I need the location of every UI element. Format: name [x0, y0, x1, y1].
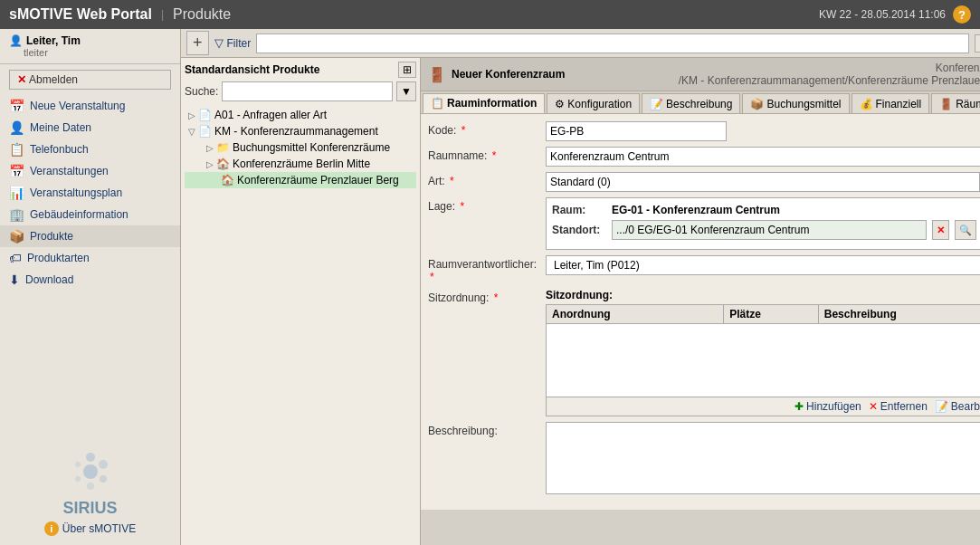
tab-konfiguration[interactable]: ⚙ Konfiguration	[547, 93, 640, 113]
tree-search-input[interactable]	[222, 81, 393, 101]
download-icon: ⬇	[9, 272, 20, 287]
folder-icon: 📁	[216, 141, 230, 154]
header-right: KW 22 - 28.05.2014 11:06 ?	[819, 5, 971, 24]
tree-node-a01[interactable]: ▷ 📄 A01 - Anfragen aller Art	[185, 107, 416, 123]
standort-browse-button[interactable]: 🔍	[955, 220, 976, 240]
detail-header: 🚪 Neuer Konferenzraum Konferenzraum /KM …	[421, 58, 980, 91]
sidebar-item-neue-veranstaltung[interactable]: 📅 Neue Veranstaltung	[0, 95, 180, 117]
nav-label: Telefonbuch	[30, 143, 89, 156]
user-info: 👤 Leiter, Tim tleiter	[0, 29, 180, 64]
about-label: Über sMOTIVE	[62, 522, 136, 535]
tab-icon: 📦	[750, 98, 764, 110]
tab-label: Räume	[956, 98, 980, 110]
add-button[interactable]: +	[186, 31, 209, 55]
tree-panel: Standardansicht Produkte ⊞ Suche: ▼ ▷ 📄 …	[181, 58, 421, 545]
required-marker: *	[494, 292, 499, 304]
raum-value: EG-01 - Konferenzraum Centrum	[612, 204, 980, 216]
expand-icon[interactable]: ▷	[206, 159, 214, 169]
tree-node-berlin-mitte[interactable]: ▷ 🏠 Konferenzräume Berlin Mitte	[185, 156, 416, 172]
expand-icon[interactable]: ▽	[188, 127, 195, 137]
raum-label: Raum:	[552, 204, 606, 216]
svg-point-0	[83, 464, 98, 479]
lage-box: Raum: EG-01 - Konferenzraum Centrum Stan…	[546, 197, 980, 250]
tree-node-km[interactable]: ▽ 📄 KM - Konferenzraummanagement	[185, 123, 416, 139]
tree-view-btn[interactable]: ⊞	[398, 62, 416, 78]
expand-icon[interactable]: ▷	[188, 110, 195, 120]
sidebar-item-veranstaltungen[interactable]: 📅 Veranstaltungen	[0, 160, 180, 182]
sitzordnung-body[interactable]	[547, 324, 980, 397]
entfernen-button[interactable]: ✕ Entfernen	[869, 400, 928, 413]
tree-node-label: Konferenzräume Berlin Mitte	[233, 158, 370, 170]
kode-control	[546, 121, 980, 141]
svg-point-4	[87, 483, 94, 490]
sitzordnung-footer: ✚ Hinzufügen ✕ Entfernen 📝	[547, 397, 980, 416]
tree-search-dropdown[interactable]: ▼	[396, 81, 416, 101]
tree-node-label: Konferenzräume Prenzlauer Berg	[237, 174, 399, 186]
tab-finanziell[interactable]: 💰 Finanziell	[852, 93, 930, 113]
tab-buchungsmittel[interactable]: 📦 Buchungsmittel	[742, 93, 849, 113]
header: sMOTIVE Web Portal | Produkte KW 22 - 28…	[0, 0, 980, 29]
header-left: sMOTIVE Web Portal | Produkte	[9, 6, 231, 23]
tab-rauminformation[interactable]: 📋 Rauminformation	[423, 93, 545, 113]
doc-icon: 📄	[198, 125, 212, 138]
sidebar-item-meine-daten[interactable]: 👤 Meine Daten	[0, 117, 180, 139]
logout-button[interactable]: ✕ Abmelden	[9, 70, 171, 90]
raumverantwortlicher-control: Leiter, Tim (P012)	[546, 255, 980, 275]
nav-label: Produkte	[30, 230, 73, 243]
sitzordnung-label: Sitzordnung: *	[428, 289, 546, 304]
breadcrumb-line1: Konferenzraum	[679, 62, 980, 74]
kode-label: Kode: *	[428, 121, 546, 137]
art-row: Art: * 🔍	[428, 172, 980, 192]
search-input[interactable]	[256, 33, 969, 53]
search-row: Suche: ▼	[185, 81, 416, 101]
about-link[interactable]: i Über sMOTIVE	[9, 521, 171, 536]
sidebar-item-produktarten[interactable]: 🏷 Produktarten	[0, 247, 180, 269]
about-icon: i	[44, 521, 59, 536]
kode-row: Kode: *	[428, 121, 980, 141]
bearbeiten-label: Bearbeiten	[951, 400, 980, 413]
sidebar-item-telefonbuch[interactable]: 📋 Telefonbuch	[0, 139, 180, 160]
art-input[interactable]	[546, 172, 980, 192]
sidebar-item-veranstaltungsplan[interactable]: 📊 Veranstaltungsplan	[0, 182, 180, 204]
bearbeiten-button[interactable]: 📝 Bearbeiten	[935, 400, 980, 413]
sidebar-item-gebaeudeinformation[interactable]: 🏢 Gebäudeinformation	[0, 204, 180, 225]
raumname-input[interactable]	[546, 147, 980, 167]
calendar-icon: 📅	[9, 99, 24, 113]
tabs-container: 📋 Rauminformation ⚙ Konfiguration 📝 Besc…	[421, 91, 980, 114]
filter-button[interactable]: ▽ Filter	[214, 36, 252, 50]
raumname-label: Raumname: *	[428, 147, 546, 162]
tree-node-prenzlauer[interactable]: 🏠 Konferenzräume Prenzlauer Berg	[185, 172, 416, 188]
nav-label: Meine Daten	[30, 121, 91, 134]
svg-point-2	[99, 460, 108, 469]
detail-breadcrumb: Konferenzraum /KM - Konferenzraummanagem…	[679, 62, 980, 87]
beschreibung-textarea[interactable]	[546, 422, 980, 494]
tab-beschreibung[interactable]: 📝 Beschreibung	[642, 93, 740, 113]
beschreibung-control	[546, 422, 980, 497]
hinzufuegen-button[interactable]: ✚ Hinzufügen	[794, 400, 861, 413]
tree-node-label: Buchungsmittel Konferenzräume	[233, 141, 390, 154]
tab-label: Finanziell	[876, 98, 922, 110]
sitzordnung-header: Anordnung Plätze Beschreibung	[547, 305, 980, 324]
lage-label: Lage: *	[428, 197, 546, 213]
search-options-button[interactable]: ...	[975, 34, 980, 53]
tab-icon: ⚙	[555, 98, 565, 110]
sitzordnung-box: Anordnung Plätze Beschreibung ✚ Hin	[546, 304, 980, 416]
nav-label: Neue Veranstaltung	[30, 100, 125, 112]
tree-header: Standardansicht Produkte ⊞	[185, 62, 416, 78]
kode-input[interactable]	[546, 121, 727, 141]
sirius-text: SIRIUS	[9, 499, 171, 518]
tree-node-buchungsmittel[interactable]: ▷ 📁 Buchungsmittel Konferenzräume	[185, 139, 416, 156]
raumverantwortlicher-select[interactable]: Leiter, Tim (P012)	[546, 255, 980, 275]
expand-icon[interactable]: ▷	[206, 143, 214, 153]
nav-label: Download	[25, 273, 73, 286]
user-sub: tleiter	[9, 47, 171, 58]
sidebar-item-produkte[interactable]: 📦 Produkte	[0, 225, 180, 247]
help-button[interactable]: ?	[953, 5, 971, 24]
filter-label: Filter	[227, 37, 252, 50]
lage-raum-row: Raum: EG-01 - Konferenzraum Centrum	[552, 204, 980, 216]
sidebar-item-download[interactable]: ⬇ Download	[0, 269, 180, 291]
tab-raeume[interactable]: 🚪 Räume	[931, 93, 980, 113]
standort-clear-button[interactable]: ✕	[932, 220, 949, 240]
nav-label: Produktarten	[27, 252, 90, 264]
standort-input[interactable]	[612, 220, 927, 240]
